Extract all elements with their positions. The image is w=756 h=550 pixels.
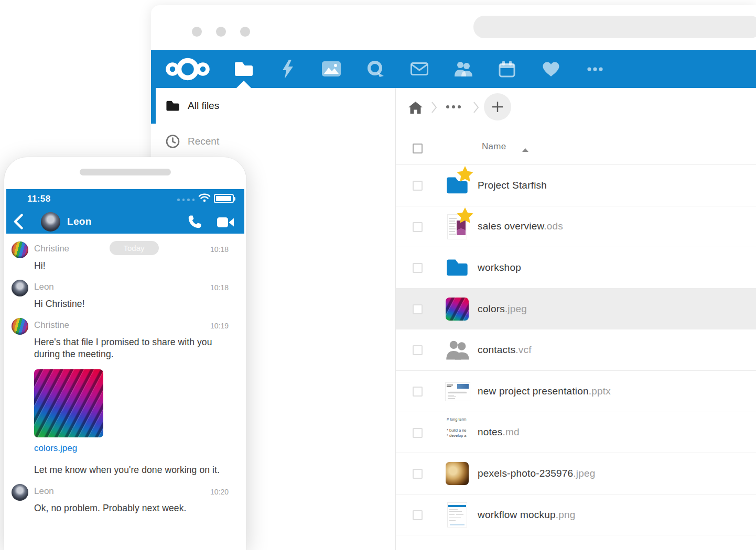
contact-avatar	[41, 212, 60, 232]
message-text: Hi!	[34, 260, 234, 272]
chat-message: Christine 10:19 Here's that file I promi…	[6, 310, 244, 476]
contact-name: Leon	[67, 216, 92, 227]
row-checkbox[interactable]	[413, 428, 423, 438]
breadcrumb-home-icon[interactable]	[408, 102, 423, 116]
photo-thumbnail	[446, 462, 469, 485]
name-column-header[interactable]: Name	[482, 141, 506, 152]
file-row-presentation[interactable]: new project presentation.pptx	[396, 371, 756, 412]
message-text: Ok, no problem. Probably next week.	[34, 502, 234, 514]
activity-app-icon[interactable]	[271, 50, 305, 88]
chat-thread: Christine Today 10:18 Hi! Leon 10:18 Hi …	[6, 234, 244, 550]
message-time: 10:20	[210, 488, 229, 496]
row-checkbox[interactable]	[413, 181, 423, 191]
phone-screen: 11:58 Leon	[6, 189, 244, 550]
row-checkbox[interactable]	[413, 469, 423, 479]
phone-call-icon[interactable]	[188, 215, 202, 231]
message-time: 10:18	[210, 245, 229, 254]
file-list-header: Name	[396, 131, 756, 165]
window-control-dot-3[interactable]	[240, 27, 250, 37]
sort-ascending-icon[interactable]	[522, 145, 529, 155]
avatar	[12, 318, 28, 335]
chat-message: Leon 10:18 Hi Christine!	[6, 272, 244, 310]
chat-message: Christine Today 10:18 Hi!	[6, 234, 244, 272]
row-checkbox[interactable]	[413, 387, 423, 397]
mail-app-icon[interactable]	[403, 50, 436, 88]
row-checkbox[interactable]	[413, 345, 423, 355]
sidebar-item-recent[interactable]: Recent	[151, 124, 395, 159]
file-name: colors.jpeg	[478, 303, 527, 315]
message-text: Hi Christine!	[34, 298, 234, 310]
message-author: Leon	[34, 282, 54, 292]
nextcloud-navbar	[151, 50, 756, 88]
address-bar[interactable]	[473, 16, 756, 38]
talk-app-icon[interactable]	[359, 50, 392, 88]
active-app-notch	[236, 81, 251, 88]
message-author: Christine	[34, 320, 69, 330]
file-name: Project Starfish	[478, 180, 547, 191]
window-control-dot-1[interactable]	[192, 27, 202, 37]
file-name: pexels-photo-235976.jpeg	[478, 468, 596, 479]
date-separator: Today	[109, 241, 158, 255]
contacts-app-icon[interactable]	[447, 50, 480, 88]
message-text: Here's that file I promised to share wit…	[34, 336, 234, 360]
file-name: new project presentation.pptx	[478, 386, 611, 397]
row-checkbox[interactable]	[413, 304, 423, 314]
markdown-preview-thumbnail: # long term * build a ne * develop a	[447, 417, 476, 449]
file-row-workshop[interactable]: workshop	[396, 247, 756, 289]
message-author: Leon	[34, 486, 54, 496]
favorites-heart-icon[interactable]	[534, 50, 568, 88]
video-call-icon[interactable]	[217, 217, 234, 230]
favorite-star-icon	[457, 207, 473, 226]
breadcrumb-chevron-icon	[431, 102, 437, 115]
wifi-icon	[198, 193, 211, 204]
file-name: workflow mockup.png	[478, 509, 576, 521]
message-author: Christine	[34, 244, 69, 254]
file-name: contacts.vcf	[478, 344, 532, 356]
plus-icon	[491, 101, 504, 113]
mockup-thumbnail	[448, 503, 467, 527]
message-text: Let me know when you're done working on …	[34, 464, 234, 476]
photos-app-icon[interactable]	[315, 50, 348, 88]
more-apps-icon[interactable]	[578, 50, 612, 88]
new-file-button[interactable]	[484, 93, 511, 120]
presentation-thumbnail	[446, 383, 470, 401]
file-list-area: Name Project Starfish	[396, 88, 756, 550]
file-row-contacts[interactable]: contacts.vcf	[396, 329, 756, 371]
avatar	[12, 280, 28, 296]
file-row-workflow-mockup[interactable]: workflow mockup.png	[396, 494, 756, 536]
sidebar-item-label: All files	[188, 100, 219, 112]
active-item-indicator	[151, 88, 156, 124]
phone-mockup: 11:58 Leon	[4, 157, 246, 550]
file-name: notes.md	[478, 426, 520, 438]
file-row-pexels-photo[interactable]: pexels-photo-235976.jpeg	[396, 453, 756, 494]
breadcrumb-chevron-icon	[473, 102, 479, 115]
breadcrumb-ellipsis[interactable]	[446, 105, 461, 108]
row-checkbox[interactable]	[413, 263, 423, 273]
sidebar-item-all-files[interactable]: All files	[151, 88, 395, 124]
battery-icon	[214, 194, 234, 203]
attachment-file-link[interactable]: colors.jpeg	[34, 443, 234, 454]
clock-icon	[166, 135, 180, 149]
image-thumbnail	[446, 298, 469, 321]
file-rows: Project Starfish sales overview.ods	[396, 165, 756, 535]
shared-image-attachment[interactable]	[34, 369, 103, 437]
back-chevron-icon[interactable]	[14, 214, 23, 232]
chat-message: Leon 10:20 Ok, no problem. Probably next…	[6, 476, 244, 514]
favorite-star-icon	[457, 166, 473, 184]
window-control-dot-2[interactable]	[216, 27, 226, 37]
row-checkbox[interactable]	[413, 510, 423, 520]
file-row-sales-overview[interactable]: sales overview.ods	[396, 206, 756, 248]
phone-speaker	[80, 169, 171, 175]
nextcloud-logo-icon[interactable]	[165, 50, 210, 88]
folder-icon	[166, 100, 180, 112]
file-row-project-starfish[interactable]: Project Starfish	[396, 165, 756, 206]
folder-icon	[446, 258, 469, 277]
file-name: workshop	[478, 262, 521, 273]
select-all-checkbox[interactable]	[413, 144, 423, 153]
file-row-notes[interactable]: # long term * build a ne * develop a not…	[396, 412, 756, 454]
calendar-app-icon[interactable]	[490, 50, 524, 88]
screenshot-stage: All files Recent	[0, 0, 756, 550]
file-row-colors[interactable]: colors.jpeg	[396, 289, 756, 330]
row-checkbox[interactable]	[413, 222, 423, 232]
file-name: sales overview.ods	[478, 221, 563, 232]
